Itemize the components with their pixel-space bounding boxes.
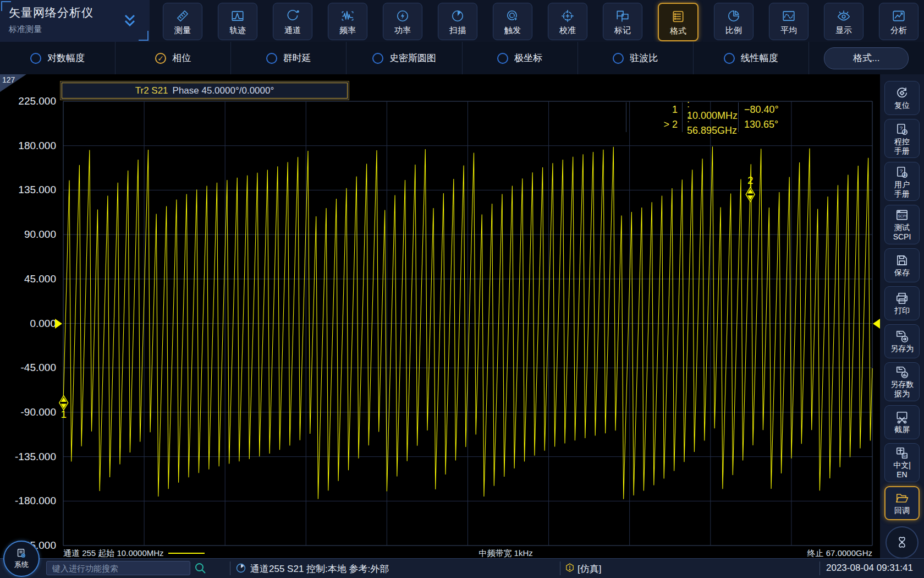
trace-header[interactable]: Tr2 S21 Phase 45.0000°/0.0000° <box>62 83 348 99</box>
sidebar-button-label: 打印 <box>894 306 910 315</box>
sidebar-button-scpi-test[interactable]: SCPI测试SCPI <box>884 205 920 244</box>
toolbar-button-sweep[interactable]: 扫描 <box>438 3 477 40</box>
statusbar-divider <box>560 561 560 575</box>
format-option-4[interactable]: 史密斯圆图 <box>346 42 461 74</box>
system-button[interactable]: 系统 <box>3 541 40 577</box>
sidebar-button-screenshot[interactable]: 截屏 <box>884 405 920 439</box>
toolbar-button-average[interactable]: 平均 <box>769 3 809 40</box>
sidebar-button-label: EN <box>897 470 907 479</box>
sidebar-button-label: 复位 <box>894 101 910 110</box>
toolbar-button-label: 触发 <box>504 25 521 36</box>
chevron-double-down-icon[interactable] <box>121 11 139 30</box>
y-axis-tick-label: 225.000 <box>0 95 56 107</box>
sidebar-button-label: 测试 <box>894 223 910 232</box>
sidebar-button-save-data-as[interactable]: 另存数据为 <box>884 362 920 401</box>
toolbar-button-label: 分析 <box>890 25 907 36</box>
reference-level-arrow-left[interactable] <box>55 319 62 329</box>
analysis-icon <box>892 8 906 24</box>
marker-1-symbol[interactable]: 1 <box>59 396 68 420</box>
marker-value: −80.40° <box>738 102 872 117</box>
marker-readout-table: 1: 10.000MHz−80.40°> 2: 56.895GHz130.65° <box>626 102 872 132</box>
toolbar-button-channel[interactable]: 通道 <box>273 3 312 40</box>
format-option-7[interactable]: 线性幅度 <box>693 42 809 74</box>
toolbar-button-scale-pie[interactable]: 比例 <box>714 3 754 40</box>
sidebar-button-save-as[interactable]: 另存为 <box>884 324 920 358</box>
sweep-start-label: 通道 255 起始 10.0000MHz <box>63 548 164 559</box>
sidebar-button-label: 手册 <box>894 146 910 155</box>
scale-pie-icon <box>727 8 741 24</box>
toolbar-button-measure-ruler[interactable]: 测量 <box>163 3 202 40</box>
format-more-button[interactable]: 格式... <box>824 47 909 69</box>
marker-frequency: : 56.895GHz <box>682 117 738 132</box>
toolbar-button-marker-flag[interactable]: 标记 <box>603 3 642 40</box>
vna-application: 矢量网络分析仪 标准测量 测量轨迹通道频率功率扫描触发校准标记格式比例平均显示分… <box>0 0 924 578</box>
toolbar-button-display-eye[interactable]: 显示 <box>824 3 864 40</box>
toolbar-button-label: 平均 <box>780 25 797 36</box>
format-list-icon <box>671 8 685 25</box>
sidebar-button-recall-folder[interactable]: 回调 <box>884 486 920 520</box>
toolbar-button-label: 测量 <box>174 25 191 36</box>
sidebar-button-print[interactable]: 打印 <box>884 286 920 320</box>
toolbar-button-frequency[interactable]: 频率 <box>328 3 367 40</box>
y-axis-tick-label: -90.000 <box>0 406 56 418</box>
svg-text:?: ? <box>900 125 903 131</box>
channel-status-text: 通道255 S21 控制:本地 参考:外部 <box>250 563 389 575</box>
title-block[interactable]: 矢量网络分析仪 标准测量 <box>0 0 150 42</box>
statusbar-divider <box>230 561 230 575</box>
format-option-1[interactable]: 对数幅度 <box>0 42 115 74</box>
phase-plot: 12 <box>63 101 872 546</box>
format-option-label: 对数幅度 <box>47 52 85 64</box>
save-data-as-icon <box>895 365 909 379</box>
marker-1-label: 1 <box>61 408 67 420</box>
sidebar-button-language[interactable]: En中文|EN <box>884 443 920 482</box>
marker-2-symbol[interactable]: 2 <box>746 175 755 201</box>
toolbar-button-label: 轨迹 <box>229 25 246 36</box>
search-input[interactable] <box>46 561 190 575</box>
shortcut-menu-button[interactable] <box>886 526 919 559</box>
sidebar-button-user-manual[interactable]: ?H用户手册 <box>884 162 920 201</box>
toolbar-button-label: 显示 <box>835 25 852 36</box>
toolbar-button-analysis[interactable]: 分析 <box>879 3 919 40</box>
y-axis-tick-label: 180.000 <box>0 140 56 152</box>
y-axis-tick-label: 0.000 <box>0 318 56 330</box>
y-axis-tick-label: 135.000 <box>0 184 56 196</box>
toolbar-button-trigger[interactable]: 触发 <box>493 3 532 40</box>
app-subtitle: 标准测量 <box>9 24 42 35</box>
toolbar-button-label: 扫描 <box>449 25 466 36</box>
sidebar-button-save[interactable]: 保存 <box>884 248 920 282</box>
sweep-progress-icon <box>235 563 246 574</box>
toolbar-button-power[interactable]: 功率 <box>383 3 422 40</box>
format-option-5[interactable]: 极坐标 <box>462 42 578 74</box>
toolbar-button-format-list[interactable]: 格式 <box>658 3 698 41</box>
search-icon[interactable] <box>194 561 207 575</box>
scpi-test-icon: SCPI <box>895 208 909 222</box>
sidebar-button-label: 手册 <box>894 189 910 198</box>
reference-level-arrow-right[interactable] <box>873 319 880 329</box>
toolbar-button-calibration[interactable]: 校准 <box>548 3 587 40</box>
window-number-tag[interactable]: 127 <box>0 74 26 92</box>
trigger-icon <box>505 8 520 24</box>
toolbar-button-label: 格式 <box>670 26 686 36</box>
simulation-label: [仿真] <box>578 563 601 575</box>
top-toolbar: 矢量网络分析仪 标准测量 测量轨迹通道频率功率扫描触发校准标记格式比例平均显示分… <box>0 0 924 42</box>
sidebar-button-reset[interactable]: 复位 <box>884 81 920 115</box>
datetime-label: 2023-08-04 09:31:41 <box>826 563 913 574</box>
format-option-label: 驻波比 <box>630 52 658 64</box>
toolbar-buttons: 测量轨迹通道频率功率扫描触发校准标记格式比例平均显示分析 <box>163 3 919 41</box>
frequency-icon <box>340 8 355 24</box>
simulation-warning-icon <box>564 563 575 574</box>
format-option-3[interactable]: 群时延 <box>230 42 346 74</box>
toolbar-button-trace[interactable]: 轨迹 <box>218 3 257 40</box>
save-as-icon <box>895 329 909 343</box>
toolbar-button-label: 功率 <box>394 25 411 36</box>
format-option-6[interactable]: 驻波比 <box>578 42 693 74</box>
radio-selected-icon: ✓ <box>155 53 166 64</box>
radio-icon <box>30 53 41 64</box>
marker-number: 1 <box>626 102 682 117</box>
marker-2-label: 2 <box>747 175 754 186</box>
sidebar-button-label: 中文| <box>893 461 911 470</box>
svg-text:P: P <box>904 129 906 134</box>
measure-ruler-icon <box>175 8 190 24</box>
sidebar-button-programming-manual[interactable]: ?P程控手册 <box>884 119 920 158</box>
format-option-2[interactable]: ✓相位 <box>115 42 230 74</box>
